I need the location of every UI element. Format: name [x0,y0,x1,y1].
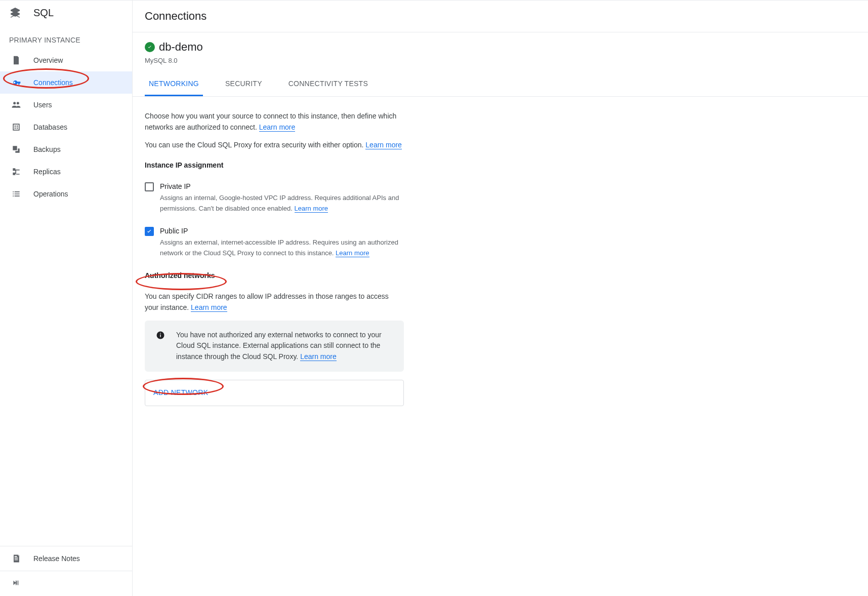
learn-more-link[interactable]: Learn more [295,205,328,213]
add-network-label: ADD NETWORK [153,388,208,396]
intro-text-1: Choose how you want your source to conne… [145,111,404,133]
learn-more-link[interactable]: Learn more [365,141,402,149]
sidebar-footer: Release Notes [0,546,132,596]
sidebar-item-databases[interactable]: Databases [0,116,132,138]
chevron-left-collapse-icon [11,578,20,587]
private-ip-desc: Assigns an internal, Google-hosted VPC I… [160,193,404,213]
operations-icon [11,189,21,199]
sidebar-item-label: Overview [33,56,63,64]
instance-header: db-demo [133,32,868,57]
sidebar-item-label: Backups [33,145,61,153]
sidebar-item-replicas[interactable]: Replicas [0,161,132,183]
sidebar-item-connections[interactable]: Connections [0,71,132,94]
public-ip-label: Public IP [160,226,404,237]
private-ip-option: Private IP Assigns an internal, Google-h… [145,181,404,214]
sidebar-item-label: Connections [33,78,73,87]
tab-networking[interactable]: NETWORKING [145,72,203,96]
learn-more-link[interactable]: Learn more [259,123,296,132]
connection-icon [11,77,21,88]
sidebar-item-release-notes[interactable]: Release Notes [0,546,132,571]
svg-rect-3 [160,333,161,334]
add-network-button[interactable]: ADD NETWORK [145,380,404,406]
sidebar-section-header: PRIMARY INSTANCE [0,29,132,49]
info-icon [156,331,165,340]
public-ip-checkbox[interactable] [145,227,154,236]
product-title: SQL [33,7,54,19]
status-ok-icon [145,42,155,52]
instance-subtitle: MySQL 8.0 [133,57,868,72]
ip-assignment-title: Instance IP assignment [145,160,404,171]
intro-text-2: You can use the Cloud SQL Proxy for extr… [145,140,404,151]
public-ip-option: Public IP Assigns an external, internet-… [145,226,404,258]
networking-panel: Choose how you want your source to conne… [133,97,416,420]
sidebar-item-label: Replicas [33,168,61,176]
replicas-icon [11,167,21,177]
nav-list: Overview Connections Users Databases Bac… [0,49,132,546]
private-ip-label: Private IP [160,181,404,192]
sidebar: SQL PRIMARY INSTANCE Overview Connection… [0,0,133,596]
sidebar-item-label: Release Notes [33,554,80,563]
sql-product-icon [9,7,21,19]
sidebar-item-overview[interactable]: Overview [0,49,132,71]
svg-rect-0 [18,581,19,585]
sidebar-item-label: Users [33,101,52,109]
authorized-networks-title: Authorized networks [145,270,404,282]
learn-more-link[interactable]: Learn more [336,249,369,257]
learn-more-link[interactable]: Learn more [300,352,337,361]
sidebar-item-operations[interactable]: Operations [0,183,132,205]
product-header: SQL [0,1,132,29]
instance-name: db-demo [159,41,203,54]
users-icon [11,100,21,110]
authorized-networks-desc: You can specify CIDR ranges to allow IP … [145,291,404,313]
release-notes-icon [11,553,21,564]
backups-icon [11,144,21,154]
tab-connectivity-tests[interactable]: CONNECTIVITY TESTS [284,72,372,96]
collapse-sidebar-button[interactable] [0,571,132,596]
document-icon [11,55,21,65]
private-ip-checkbox[interactable] [145,182,154,191]
sidebar-item-users[interactable]: Users [0,94,132,116]
database-icon [11,122,21,132]
sidebar-item-backups[interactable]: Backups [0,138,132,161]
tab-security[interactable]: SECURITY [221,72,266,96]
sidebar-item-label: Operations [33,190,68,198]
sidebar-item-label: Databases [33,123,67,131]
info-box: You have not authorized any external net… [145,321,404,372]
public-ip-desc: Assigns an external, internet-accessible… [160,237,404,258]
learn-more-link[interactable]: Learn more [191,303,227,312]
page-title: Connections [133,1,868,32]
info-box-text: You have not authorized any external net… [176,330,395,363]
main-content: Connections db-demo MySQL 8.0 NETWORKING… [133,0,868,596]
svg-rect-2 [160,334,161,337]
tabs: NETWORKING SECURITY CONNECTIVITY TESTS [133,72,868,97]
